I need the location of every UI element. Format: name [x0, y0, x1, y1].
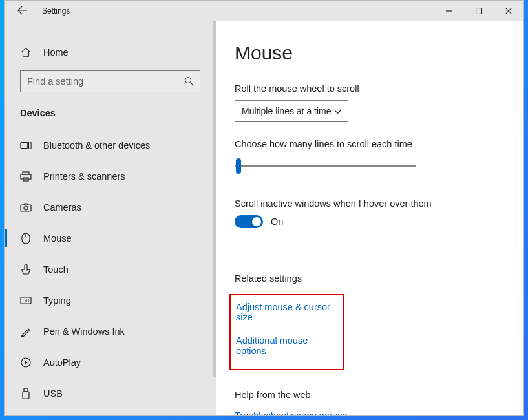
sidebar-item-label: Touch — [43, 264, 69, 275]
sidebar-item-label: Typing — [43, 295, 71, 306]
sidebar-item-typing[interactable]: Typing — [5, 285, 216, 316]
lines-label: Choose how many lines to scroll each tim… — [235, 139, 523, 149]
devices-icon — [20, 141, 32, 150]
close-button[interactable] — [494, 1, 523, 21]
search-icon — [184, 76, 193, 87]
sidebar-item-label: Pen & Windows Ink — [43, 326, 125, 337]
sidebar-nav: Bluetooth & other devices Printers & sca… — [5, 130, 216, 409]
sidebar-item-usb[interactable]: USB — [5, 378, 216, 409]
window-title: Settings — [42, 6, 70, 16]
sidebar: Home Devices Bluetooth & other devices — [5, 21, 216, 415]
svg-rect-12 — [24, 388, 28, 392]
inactive-state: On — [271, 216, 283, 227]
home-icon — [20, 47, 32, 58]
svg-point-1 — [185, 77, 191, 83]
sidebar-item-label: AutoPlay — [43, 357, 81, 368]
svg-rect-0 — [476, 8, 482, 14]
lines-slider[interactable] — [235, 158, 416, 174]
back-button[interactable] — [17, 6, 28, 17]
sidebar-category: Devices — [5, 92, 216, 123]
sidebar-item-label: USB — [43, 388, 63, 399]
inactive-label: Scroll inactive windows when I hover ove… — [235, 198, 523, 209]
sidebar-home[interactable]: Home — [5, 41, 216, 64]
slider-thumb[interactable] — [236, 158, 241, 174]
link-additional-options[interactable]: Additional mouse options — [236, 335, 335, 356]
mouse-icon — [20, 233, 32, 244]
scroll-wheel-select[interactable]: Multiple lines at a time — [235, 100, 348, 122]
sidebar-item-label: Mouse — [43, 233, 72, 244]
sidebar-home-label: Home — [43, 47, 69, 58]
svg-rect-5 — [21, 174, 31, 179]
search-input[interactable] — [27, 76, 184, 87]
sidebar-item-label: Printers & scanners — [43, 171, 125, 182]
chevron-down-icon — [334, 106, 341, 116]
sidebar-item-bluetooth[interactable]: Bluetooth & other devices — [5, 130, 216, 161]
sidebar-item-autoplay[interactable]: AutoPlay — [5, 347, 216, 378]
pen-icon — [20, 326, 32, 337]
svg-rect-3 — [29, 142, 32, 149]
link-adjust-cursor[interactable]: Adjust mouse & cursor size — [236, 302, 335, 322]
search-box[interactable] — [20, 70, 200, 92]
sidebar-item-touch[interactable]: Touch — [5, 254, 216, 285]
scroll-wheel-label: Roll the mouse wheel to scroll — [235, 83, 523, 94]
svg-rect-13 — [23, 392, 29, 399]
sidebar-item-mouse[interactable]: Mouse — [5, 223, 216, 254]
inactive-toggle[interactable] — [235, 215, 263, 228]
svg-point-8 — [24, 206, 28, 210]
scroll-wheel-value: Multiple lines at a time — [242, 106, 332, 116]
camera-icon — [20, 203, 32, 212]
window-controls — [434, 1, 523, 21]
sidebar-scrollbar[interactable] — [213, 21, 216, 377]
autoplay-icon — [20, 357, 32, 368]
link-troubleshoot[interactable]: Troubleshooting my mouse — [235, 410, 523, 415]
sidebar-item-label: Cameras — [43, 202, 81, 213]
printer-icon — [20, 171, 32, 182]
maximize-button[interactable] — [464, 1, 494, 21]
help-title: Help from the web — [235, 390, 523, 400]
sidebar-item-pen[interactable]: Pen & Windows Ink — [5, 316, 216, 347]
page-title: Mouse — [235, 42, 523, 64]
sidebar-item-cameras[interactable]: Cameras — [5, 192, 216, 223]
keyboard-icon — [20, 297, 32, 304]
svg-rect-4 — [23, 172, 29, 174]
svg-rect-2 — [21, 143, 28, 149]
highlight-box: Adjust mouse & cursor size Additional mo… — [229, 294, 344, 370]
sidebar-item-label: Bluetooth & other devices — [43, 140, 150, 151]
related-settings-title: Related settings — [235, 273, 523, 284]
touch-icon — [20, 264, 32, 275]
usb-icon — [20, 388, 32, 399]
sidebar-item-printers[interactable]: Printers & scanners — [5, 161, 216, 192]
slider-track — [235, 165, 416, 167]
content-pane: Mouse Roll the mouse wheel to scroll Mul… — [216, 21, 523, 415]
settings-window: Settings Home D — [4, 0, 524, 416]
minimize-button[interactable] — [434, 1, 464, 21]
svg-rect-10 — [21, 297, 31, 304]
titlebar: Settings — [5, 1, 523, 21]
